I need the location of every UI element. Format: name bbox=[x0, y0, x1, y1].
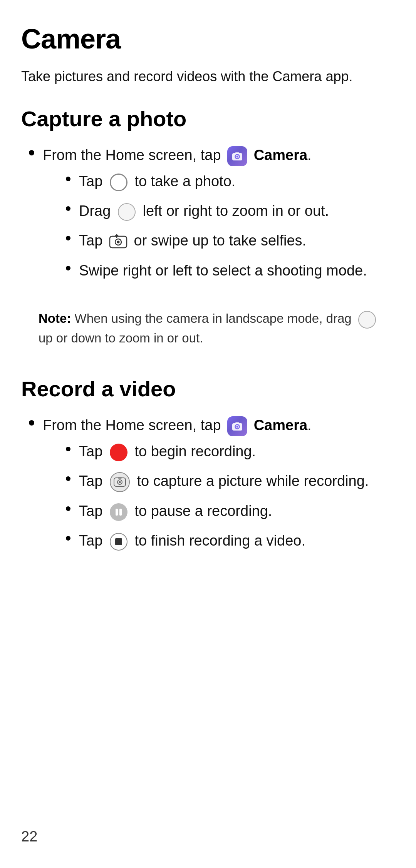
flip-camera-icon bbox=[108, 232, 128, 252]
sub-item-text: Swipe right or left to select a shooting… bbox=[79, 260, 367, 281]
camera-capture-icon bbox=[110, 472, 130, 492]
sub-bullet-icon bbox=[66, 177, 70, 181]
note-text-2: up or down to zoom in or out. bbox=[39, 331, 203, 345]
record-video-heading: Record a video bbox=[21, 376, 395, 401]
sub-list-item: Drag left or right to zoom in or out. bbox=[66, 200, 367, 222]
sub-item-text: Tap to begin recording. bbox=[79, 441, 256, 462]
stop-button-icon bbox=[110, 533, 127, 551]
record-sub-list: Tap to begin recording. Tap bbox=[43, 441, 369, 551]
sub-bullet-icon bbox=[66, 266, 70, 270]
pause-button-icon bbox=[110, 503, 127, 521]
svg-point-9 bbox=[237, 426, 238, 427]
svg-point-13 bbox=[119, 481, 121, 483]
svg-rect-3 bbox=[235, 152, 239, 154]
zoom-slider-icon bbox=[118, 203, 136, 221]
svg-rect-14 bbox=[118, 477, 122, 479]
from-home-text-1: From the Home screen, tap bbox=[43, 147, 225, 163]
from-home-text-2: From the Home screen, tap bbox=[43, 417, 225, 433]
svg-point-2 bbox=[237, 155, 238, 157]
list-item: From the Home screen, tap Camera. Tap bbox=[29, 415, 395, 560]
note-box: Note: When using the camera in landscape… bbox=[29, 301, 395, 355]
capture-photo-section: Capture a photo From the Home screen, ta… bbox=[21, 106, 395, 355]
sub-bullet-icon bbox=[66, 536, 70, 541]
sub-item-text: Tap to capture a picture while recording… bbox=[79, 471, 369, 492]
sub-bullet-icon bbox=[66, 476, 70, 481]
sub-list-item: Tap to finish recording a video. bbox=[66, 530, 369, 551]
sub-item-text: Tap to pause a recording. bbox=[79, 501, 272, 522]
sub-item-text: Drag left or right to zoom in or out. bbox=[79, 200, 329, 222]
sub-item-text: Tap or swipe up to take sel bbox=[79, 230, 306, 252]
record-video-section: Record a video From the Home screen, tap… bbox=[21, 376, 395, 560]
note-text-1: When using the camera in landscape mode,… bbox=[75, 311, 355, 326]
sub-bullet-icon bbox=[66, 206, 70, 211]
sub-list-item: Tap to take a photo. bbox=[66, 171, 367, 192]
intro-text: Take pictures and record videos with the… bbox=[21, 66, 395, 87]
capture-photo-heading: Capture a photo bbox=[21, 106, 395, 131]
bullet-icon bbox=[29, 420, 34, 426]
sub-list-item: Tap to capture a picture while recording… bbox=[66, 471, 369, 492]
page-title: Camera bbox=[21, 23, 395, 55]
sub-list-item: Swipe right or left to select a shooting… bbox=[66, 260, 367, 281]
list-item: From the Home screen, tap Camera. Tap bbox=[29, 145, 395, 290]
record-red-icon bbox=[110, 444, 127, 461]
sub-bullet-icon bbox=[66, 236, 70, 240]
capture-photo-list: From the Home screen, tap Camera. Tap bbox=[21, 145, 395, 290]
note-label: Note: bbox=[39, 311, 71, 326]
svg-point-6 bbox=[117, 241, 119, 244]
period-2: . bbox=[307, 417, 312, 433]
camera-label-2: Camera bbox=[254, 417, 307, 433]
sub-bullet-icon bbox=[66, 447, 70, 451]
capture-sub-list: Tap to take a photo. Drag left or right … bbox=[43, 171, 367, 281]
period-1: . bbox=[307, 147, 312, 163]
zoom-slider-note-icon bbox=[358, 311, 376, 329]
camera-label-1: Camera bbox=[254, 147, 307, 163]
camera-app-icon-1 bbox=[227, 146, 247, 166]
sub-list-item: Tap to pause a recording. bbox=[66, 501, 369, 522]
record-video-list: From the Home screen, tap Camera. Tap bbox=[21, 415, 395, 560]
sub-list-item: Tap to begin recording. bbox=[66, 441, 369, 462]
sub-item-text: Tap to take a photo. bbox=[79, 171, 235, 192]
sub-bullet-icon bbox=[66, 506, 70, 511]
camera-app-icon-2 bbox=[227, 416, 247, 436]
svg-rect-10 bbox=[235, 422, 239, 424]
bullet-icon bbox=[29, 150, 34, 155]
sub-item-text: Tap to finish recording a video. bbox=[79, 530, 305, 551]
shutter-button-icon bbox=[110, 174, 127, 191]
page-number: 22 bbox=[21, 828, 37, 845]
sub-list-item: Tap or swipe up to take sel bbox=[66, 230, 367, 252]
